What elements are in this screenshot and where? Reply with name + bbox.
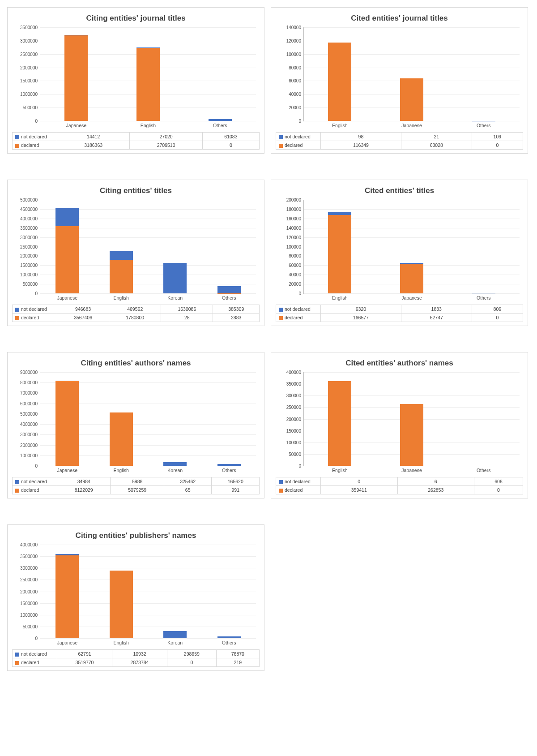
bar-segment-not-declared <box>217 286 241 293</box>
row-4: Citing entities' publishers' names050000… <box>7 524 530 671</box>
y-tick-label: 3500000 <box>20 225 40 230</box>
bar-stack <box>400 78 423 121</box>
table-cell: 28 <box>161 314 213 322</box>
y-tick-label: 100000 <box>286 244 304 249</box>
bar-cell: English <box>112 27 184 121</box>
table-rowhead: declared <box>276 141 321 150</box>
table-cell: 61083 <box>202 133 259 141</box>
category-label: Others <box>477 466 491 473</box>
y-tick-label: 500000 <box>23 105 40 110</box>
y-tick-label: 400000 <box>286 370 304 375</box>
table-cell: 469562 <box>109 305 161 314</box>
table-cell: 21 <box>401 133 472 141</box>
category-label: Japanese <box>57 293 77 301</box>
table-cell: 3186363 <box>57 141 130 150</box>
table-rowhead: declared <box>276 486 321 494</box>
y-tick-label: 0 <box>298 119 304 124</box>
series-label: declared <box>21 487 39 493</box>
legend-swatch-declared <box>15 489 19 493</box>
category-label: Others <box>477 293 491 301</box>
legend-swatch-declared <box>15 661 19 665</box>
y-tick-label: 3000000 <box>20 432 40 437</box>
bar-stack <box>110 571 133 638</box>
y-tick-label: 3000000 <box>20 566 40 571</box>
y-tick-label: 1500000 <box>20 263 40 268</box>
y-tick-label: 1500000 <box>20 601 40 606</box>
table-cell: 2883 <box>213 314 260 322</box>
table-cell: 1630086 <box>161 305 213 314</box>
chart-title: Citing entities' authors' names <box>12 359 260 368</box>
table-cell: 109 <box>472 133 523 141</box>
bar-stack <box>328 212 351 293</box>
table-cell: 219 <box>216 658 259 667</box>
bars-container: JapaneseEnglishKoreanOthers <box>40 545 256 638</box>
bars-container: EnglishJapaneseOthers <box>304 200 520 293</box>
table-row: not declared144122702061083 <box>13 133 260 141</box>
table-rowhead: declared <box>13 141 57 150</box>
y-tick-label: 2500000 <box>20 52 40 56</box>
y-tick-label: 1000000 <box>20 92 40 97</box>
y-tick-label: 2500000 <box>20 244 40 249</box>
bar-cell: Others <box>184 27 256 121</box>
category-label: Others <box>222 638 236 645</box>
chart-title: Citing entities' titles <box>12 186 260 195</box>
table-row: declared351977028737840219 <box>13 658 260 667</box>
chart-panel-0: Citing entities' journal titles050000010… <box>7 7 264 154</box>
y-tick-label: 1000000 <box>20 272 40 277</box>
y-tick-label: 140000 <box>286 25 304 30</box>
bar-segment-declared <box>55 381 79 466</box>
table-row: declared166577627470 <box>276 314 523 322</box>
table-row: declared35674061780800282883 <box>13 314 260 322</box>
series-label: not declared <box>21 479 47 484</box>
category-label: Korean <box>167 293 183 301</box>
table-cell: 3519770 <box>57 658 112 667</box>
table-cell: 5988 <box>111 477 164 486</box>
chart-title: Cited entities' authors' names <box>276 359 523 368</box>
bar-cell: Korean <box>148 372 202 466</box>
table-rowhead: not declared <box>13 477 57 486</box>
table-cell: 10932 <box>112 650 167 658</box>
bar-segment-not-declared <box>55 208 79 226</box>
y-tick-label: 3000000 <box>20 235 40 240</box>
bar-segment-declared <box>55 555 79 638</box>
bar-cell: Others <box>202 372 256 466</box>
y-tick-label: 200000 <box>286 417 304 421</box>
y-tick-label: 1500000 <box>20 78 40 83</box>
table-cell: 0 <box>472 314 523 322</box>
bar-stack <box>217 286 241 293</box>
table-cell: 116349 <box>321 141 401 150</box>
bar-cell: English <box>304 27 376 121</box>
category-label: Korean <box>167 638 183 645</box>
table-cell: 2709510 <box>130 141 202 150</box>
bar-segment-not-declared <box>163 631 187 638</box>
bar-segment-declared <box>110 571 133 638</box>
bar-stack <box>64 35 88 121</box>
y-tick-label: 140000 <box>286 225 304 230</box>
y-tick-label: 300000 <box>286 393 304 398</box>
category-label: Others <box>222 293 236 301</box>
y-tick-label: 2000000 <box>20 253 40 258</box>
y-tick-label: 0 <box>35 636 40 641</box>
bar-segment-not-declared <box>163 263 187 293</box>
table-rowhead: declared <box>13 314 57 322</box>
y-tick-label: 3500000 <box>20 554 40 559</box>
chart-title: Cited entities' titles <box>276 186 523 195</box>
y-tick-label: 80000 <box>289 253 304 258</box>
table-rowhead: declared <box>13 486 57 494</box>
table-cell: 0 <box>167 658 217 667</box>
legend-swatch-not-declared <box>15 653 19 657</box>
bar-cell: Japanese <box>40 200 94 293</box>
legend-swatch-declared <box>15 144 19 148</box>
legend-swatch-declared <box>279 489 283 493</box>
bar-segment-declared <box>64 35 88 121</box>
bar-segment-declared <box>110 260 133 293</box>
category-label: Others <box>222 466 236 473</box>
table-row: declared116349630280 <box>276 141 523 150</box>
y-tick-label: 5000000 <box>20 411 40 416</box>
series-label: not declared <box>285 134 311 139</box>
plot-area: 0500000100000015000002000000250000030000… <box>40 27 256 121</box>
bar-stack <box>136 47 160 121</box>
y-tick-label: 2500000 <box>20 577 40 582</box>
series-label: not declared <box>285 479 311 484</box>
y-tick-label: 0 <box>298 291 304 296</box>
